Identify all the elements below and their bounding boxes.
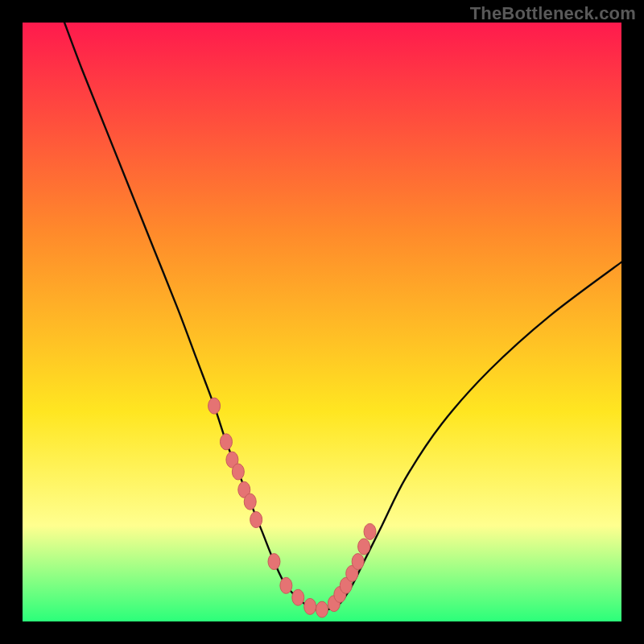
marker-point <box>268 554 280 570</box>
marker-point <box>364 523 376 539</box>
marker-point <box>220 434 232 450</box>
marker-point <box>292 589 304 605</box>
marker-point <box>280 577 292 593</box>
gradient-background <box>23 23 621 621</box>
chart-svg <box>23 23 621 621</box>
marker-point <box>208 398 221 414</box>
marker-point <box>250 512 262 528</box>
plot-area <box>23 23 621 621</box>
watermark-text: TheBottleneck.com <box>470 3 636 24</box>
marker-point <box>352 554 364 570</box>
marker-point <box>244 493 256 510</box>
outer-frame: TheBottleneck.com <box>0 0 644 644</box>
marker-point <box>232 464 244 480</box>
marker-point <box>316 601 328 617</box>
marker-point <box>358 539 370 555</box>
marker-point <box>304 598 316 614</box>
